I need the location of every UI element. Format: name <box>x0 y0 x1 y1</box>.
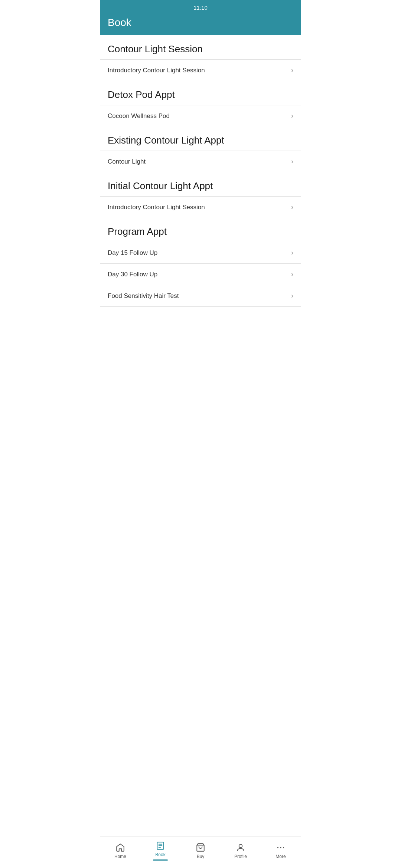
section-header-detox-pod-appt: Detox Pod Appt <box>100 81 301 105</box>
list-item-day-15-follow-up[interactable]: Day 15 Follow Up › <box>100 242 301 263</box>
home-icon <box>115 843 125 852</box>
svg-point-4 <box>283 847 284 848</box>
list-item-contour-light[interactable]: Contour Light › <box>100 151 301 172</box>
status-bar: 11:10 <box>100 0 301 13</box>
section-header-program-appt: Program Appt <box>100 218 301 242</box>
list-item-introductory-contour-light[interactable]: Introductory Contour Light Session › <box>100 59 301 81</box>
profile-icon <box>236 843 245 852</box>
nav-item-home[interactable]: Home <box>100 841 140 861</box>
active-indicator <box>153 859 168 861</box>
bottom-nav: Home Book Buy Prof <box>100 836 301 868</box>
chevron-icon: › <box>291 270 293 278</box>
list-item-introductory-contour-light-2[interactable]: Introductory Contour Light Session › <box>100 196 301 218</box>
status-time: 11:10 <box>193 4 208 11</box>
main-content: Contour Light Session Introductory Conto… <box>100 35 301 336</box>
more-icon <box>276 843 286 852</box>
buy-icon <box>196 843 205 852</box>
page-title: Book <box>108 17 131 28</box>
nav-item-buy[interactable]: Buy <box>180 841 221 861</box>
svg-point-1 <box>239 844 242 848</box>
section-header-contour-light-session: Contour Light Session <box>100 35 301 59</box>
svg-point-3 <box>280 847 281 848</box>
list-item-day-30-follow-up[interactable]: Day 30 Follow Up › <box>100 263 301 285</box>
list-item-food-sensitivity-hair-test[interactable]: Food Sensitivity Hair Test › <box>100 285 301 307</box>
page-header: Book <box>100 13 301 35</box>
svg-point-2 <box>277 847 278 848</box>
section-header-existing-contour-light-appt: Existing Contour Light Appt <box>100 126 301 151</box>
chevron-icon: › <box>291 112 293 120</box>
chevron-icon: › <box>291 249 293 257</box>
chevron-icon: › <box>291 158 293 165</box>
nav-item-more[interactable]: More <box>261 841 301 861</box>
book-icon <box>156 841 165 851</box>
section-header-initial-contour-light-appt: Initial Contour Light Appt <box>100 172 301 196</box>
chevron-icon: › <box>291 292 293 300</box>
chevron-icon: › <box>291 203 293 211</box>
list-item-cocoon-wellness-pod[interactable]: Cocoon Wellness Pod › <box>100 105 301 126</box>
nav-item-profile[interactable]: Profile <box>221 841 261 861</box>
chevron-icon: › <box>291 66 293 74</box>
nav-item-book[interactable]: Book <box>140 839 180 862</box>
